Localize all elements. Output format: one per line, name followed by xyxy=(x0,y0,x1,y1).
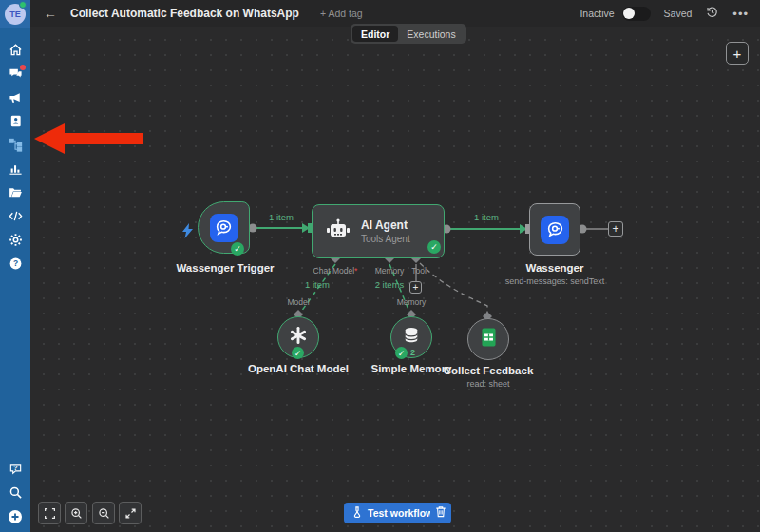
sidebar-item-contacts[interactable] xyxy=(0,109,30,133)
node-collect-feedback[interactable] xyxy=(467,318,509,360)
contacts-icon xyxy=(9,114,23,128)
sidebar-item-conversations[interactable] xyxy=(0,62,30,86)
folder-icon xyxy=(9,185,23,200)
node-subtitle: Tools Agent xyxy=(361,234,410,244)
node-label: Wassenger Trigger xyxy=(149,262,301,274)
bar-chart-icon xyxy=(9,162,23,176)
node-label: Wassenger xyxy=(479,262,631,274)
sidebar-item-support[interactable]: ? xyxy=(0,457,30,481)
sidebar-item-code[interactable] xyxy=(0,204,30,228)
sidebar-item-announcements[interactable] xyxy=(0,86,30,109)
node-ai-agent[interactable]: AI Agent Tools Agent xyxy=(312,204,445,258)
sidebar-item-files[interactable] xyxy=(0,180,30,204)
workflow-canvas[interactable] xyxy=(30,27,760,532)
flask-icon xyxy=(352,506,363,521)
node-sublabel: read: sheet xyxy=(412,379,564,389)
notification-dot xyxy=(20,65,26,70)
active-state-label: Inactive xyxy=(580,8,614,19)
workflow-icon xyxy=(9,138,23,152)
active-toggle[interactable] xyxy=(622,7,651,21)
toggle-knob xyxy=(623,8,635,19)
port-label-tool: Tool xyxy=(381,266,457,276)
success-check-icon: ✓ xyxy=(428,240,441,254)
success-check-icon: ✓ xyxy=(231,242,244,256)
database-icon xyxy=(402,326,421,349)
code-icon xyxy=(9,209,23,223)
success-check-icon: ✓ xyxy=(395,347,408,359)
more-options-button[interactable]: ••• xyxy=(732,7,749,21)
zoom-in-button[interactable] xyxy=(65,502,87,524)
node-title: AI Agent xyxy=(361,218,410,232)
test-workflow-label: Test workflow xyxy=(368,507,433,519)
zoom-out-button[interactable] xyxy=(92,502,115,524)
port-label-model: Model xyxy=(260,297,336,307)
megaphone-icon xyxy=(9,90,23,104)
workflow-title: Collect Automatic Feedback on WhatsApp xyxy=(70,7,299,20)
help-icon: ? xyxy=(9,256,23,271)
gear-icon xyxy=(9,233,23,247)
workflow-header: ← Collect Automatic Feedback on WhatsApp… xyxy=(30,0,760,27)
wassenger-logo-icon xyxy=(541,216,569,244)
editor-tabs: Editor Executions xyxy=(351,24,466,44)
sidebar-item-home[interactable] xyxy=(0,38,30,62)
wassenger-logo-icon xyxy=(210,214,238,242)
annotation-arrow xyxy=(34,124,142,154)
success-check-icon: ✓ xyxy=(292,347,304,359)
sidebar-item-add[interactable] xyxy=(0,504,30,528)
home-icon xyxy=(9,43,23,57)
account-logo[interactable]: TE xyxy=(0,0,30,28)
tab-executions[interactable]: Executions xyxy=(398,26,464,42)
sidebar-item-help[interactable]: ? xyxy=(0,252,30,276)
support-chat-icon: ? xyxy=(9,462,23,476)
add-next-node-button[interactable]: + xyxy=(608,221,623,237)
svg-text:?: ? xyxy=(12,258,17,268)
node-label: Collect Feedback xyxy=(412,365,564,376)
add-node-button[interactable]: + xyxy=(726,42,749,65)
add-tag-button[interactable]: + Add tag xyxy=(320,8,363,19)
add-tool-button[interactable]: + xyxy=(409,281,422,294)
app-sidebar: TE ? xyxy=(0,0,30,532)
tab-editor[interactable]: Editor xyxy=(352,26,398,42)
node-wassenger[interactable] xyxy=(529,203,580,256)
sidebar-item-settings[interactable] xyxy=(0,228,30,252)
delete-button[interactable] xyxy=(430,503,451,523)
run-count: 2 xyxy=(410,348,415,357)
sidebar-item-analytics[interactable] xyxy=(0,157,30,180)
node-sublabel: send-messages: sendText xyxy=(479,276,631,286)
trash-icon xyxy=(435,504,446,522)
test-workflow-button[interactable]: Test workflow xyxy=(344,503,443,523)
fit-view-button[interactable] xyxy=(38,502,61,524)
search-icon xyxy=(9,485,23,500)
sidebar-item-search[interactable] xyxy=(0,481,30,504)
back-button[interactable]: ← xyxy=(44,7,57,20)
reset-zoom-button[interactable] xyxy=(119,502,142,524)
saved-status: Saved xyxy=(664,8,693,19)
plus-circle-icon xyxy=(8,509,23,524)
google-sheets-icon xyxy=(481,328,497,351)
sidebar-item-workflows[interactable] xyxy=(0,133,30,157)
online-status-dot xyxy=(19,1,27,9)
port-label-memory-sub: Memory xyxy=(373,297,449,307)
svg-text:?: ? xyxy=(13,465,17,471)
history-button[interactable] xyxy=(705,5,719,23)
trigger-bolt-icon xyxy=(181,223,195,242)
robot-icon xyxy=(325,218,352,245)
